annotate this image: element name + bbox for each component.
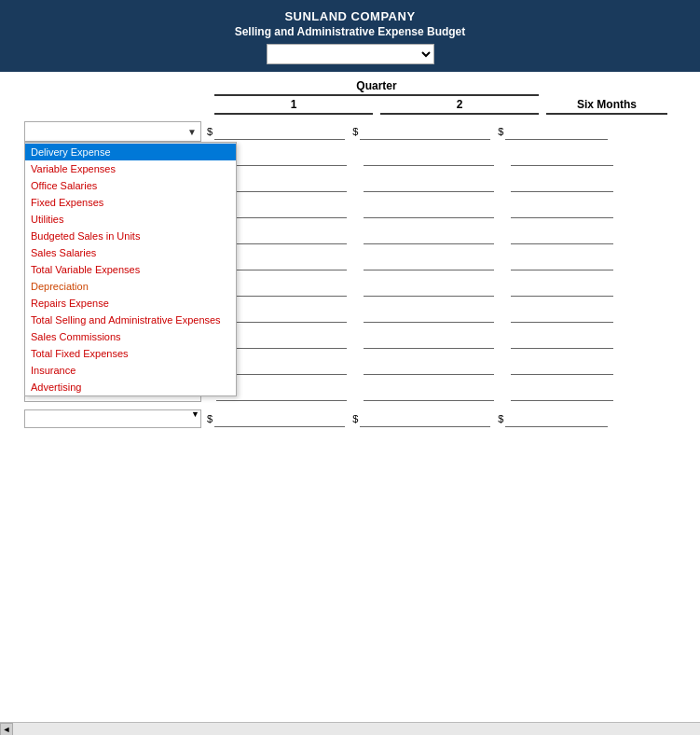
row12-q2-input[interactable] [360, 410, 490, 427]
row9-six-input[interactable] [511, 332, 613, 349]
row5-six-cell [501, 228, 613, 244]
row3-q2-input[interactable] [364, 175, 494, 192]
dropdown-option-delivery[interactable]: Delivery Expense [25, 144, 236, 160]
row6-q2-cell [354, 254, 494, 270]
dropdown-option-total-fixed[interactable]: Total Fixed Expenses [25, 345, 236, 362]
dropdown-option-total-selling[interactable]: Total Selling and Administrative Expense… [25, 312, 236, 328]
row10-q2-input[interactable] [364, 358, 494, 375]
dollar-sign-r12q2: $ [352, 413, 358, 424]
row1-select-trigger[interactable]: ▼ [24, 121, 201, 142]
row9-q2-cell [354, 332, 494, 349]
scroll-track[interactable] [13, 723, 700, 735]
row1-q2-input[interactable] [360, 123, 490, 140]
row11-six-input[interactable] [511, 384, 613, 401]
dropdown-option-commissions[interactable]: Sales Commissions [25, 328, 236, 345]
dollar-sign-r1q2: $ [352, 126, 358, 137]
row8-q2-input[interactable] [364, 306, 494, 323]
row8-six-cell [501, 306, 613, 323]
rows-container: ▼ Delivery Expense Variable Expenses Off… [0, 118, 700, 432]
row4-q2-cell [354, 201, 494, 218]
row7-q2-cell [354, 280, 494, 297]
row2-q2-input[interactable] [364, 149, 494, 166]
row10-q2-cell [354, 358, 494, 375]
row7-six-cell [501, 280, 613, 297]
row5-q2-input[interactable] [364, 228, 494, 244]
dollar-sign-r1q1: $ [207, 126, 213, 137]
dropdown-option-utilities[interactable]: Utilities [25, 211, 236, 228]
row6-six-cell [501, 254, 613, 270]
row12-q1-cell: $ [207, 410, 345, 427]
row1-q1-cell: $ [207, 123, 345, 140]
row1-six-cell: $ [498, 123, 608, 140]
six-months-header: Six Months [546, 98, 667, 115]
row4-q2-input[interactable] [364, 201, 494, 218]
row6-q2-input[interactable] [364, 254, 494, 270]
row8-six-input[interactable] [511, 306, 613, 323]
row9-six-cell [501, 332, 613, 349]
row1-q1-input[interactable] [214, 123, 345, 140]
scroll-left-arrow[interactable]: ◄ [0, 723, 13, 736]
dropdown-option-depreciation[interactable]: Depreciation [25, 278, 236, 295]
row5-q2-cell [354, 228, 494, 244]
company-name: SUNLAND COMPANY [0, 9, 700, 23]
row10-six-input[interactable] [511, 358, 613, 375]
header-select[interactable] [267, 44, 434, 64]
label-cell-12: ▼ [0, 409, 207, 428]
q1-header: 1 [214, 98, 373, 115]
row6-six-input[interactable] [511, 254, 613, 270]
dropdown-option-variable[interactable]: Variable Expenses [25, 160, 236, 177]
row7-six-input[interactable] [511, 280, 613, 297]
row3-six-input[interactable] [511, 175, 613, 192]
dropdown-option-total-variable[interactable]: Total Variable Expenses [25, 261, 236, 278]
dropdown-option-fixed[interactable]: Fixed Expenses [25, 194, 236, 211]
row4-six-input[interactable] [511, 201, 613, 218]
row11-q2-cell [354, 384, 494, 401]
row9-q2-input[interactable] [364, 332, 494, 349]
dropdown-option-office[interactable]: Office Salaries [25, 177, 236, 194]
dropdown-option-repairs[interactable]: Repairs Expense [25, 295, 236, 312]
data-row: ▼ Delivery Expense Variable Expenses Off… [0, 118, 700, 145]
row1-q2-cell: $ [352, 123, 490, 140]
quarter-span-label: Quarter [214, 79, 539, 96]
row3-q2-cell [354, 175, 494, 192]
row2-q2-cell [354, 149, 494, 166]
label-cell: ▼ Delivery Expense Variable Expenses Off… [0, 121, 207, 142]
row2-six-input[interactable] [511, 149, 613, 166]
row1-six-input[interactable] [505, 123, 608, 140]
row12-q2-cell: $ [352, 410, 490, 427]
row11-six-cell [501, 384, 613, 401]
row12-select[interactable] [24, 409, 201, 428]
budget-title: Selling and Administrative Expense Budge… [0, 25, 700, 38]
dropdown-option-budgeted[interactable]: Budgeted Sales in Units [25, 228, 236, 244]
dropdown-list-overlay: Delivery Expense Variable Expenses Offic… [24, 142, 237, 396]
q2-header: 2 [380, 98, 539, 115]
row11-q2-input[interactable] [364, 384, 494, 401]
dollar-sign-r12q1: $ [207, 413, 213, 424]
dropdown-arrow: ▼ [187, 127, 197, 137]
row3-six-cell [501, 175, 613, 192]
row7-q2-input[interactable] [364, 280, 494, 297]
main-content: Quarter 1 2 Six Months ▼ [0, 72, 700, 432]
header: SUNLAND COMPANY Selling and Administrati… [0, 0, 700, 72]
dollar-sign-r12six: $ [498, 413, 503, 424]
data-row: ▼ $ $ $ [0, 406, 700, 432]
dropdown-option-advertising[interactable]: Advertising [25, 379, 236, 395]
row4-six-cell [501, 201, 613, 218]
row8-q2-cell [354, 306, 494, 323]
row2-six-cell [501, 149, 613, 166]
app-window: SUNLAND COMPANY Selling and Administrati… [0, 0, 700, 735]
row12-six-cell: $ [498, 410, 608, 427]
row12-q1-input[interactable] [214, 410, 345, 427]
bottom-scrollbar: ◄ [0, 722, 700, 735]
row10-six-cell [501, 358, 613, 375]
dropdown-option-insurance[interactable]: Insurance [25, 362, 236, 379]
dropdown-options: Delivery Expense Variable Expenses Offic… [25, 143, 236, 395]
row12-six-input[interactable] [505, 410, 608, 427]
dropdown-option-sales-salaries[interactable]: Sales Salaries [25, 244, 236, 261]
dollar-sign-r1six: $ [498, 126, 503, 137]
scroll-left-icon: ◄ [3, 725, 11, 734]
row5-six-input[interactable] [511, 228, 613, 244]
